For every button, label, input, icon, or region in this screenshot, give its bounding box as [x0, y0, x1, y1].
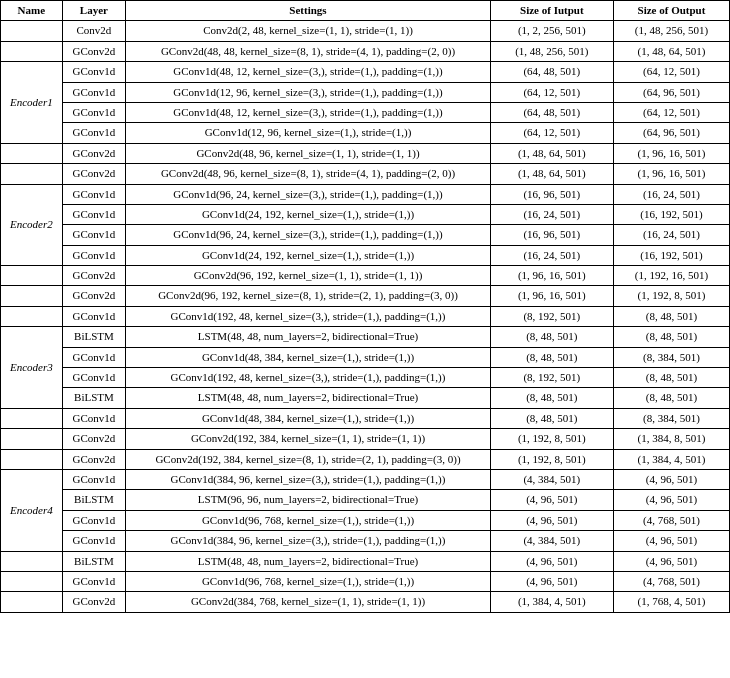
- input-size: (16, 96, 501): [490, 225, 613, 245]
- input-size: (1, 2, 256, 501): [490, 21, 613, 41]
- table-row: GConv2dGConv2d(96, 192, kernel_size=(8, …: [1, 286, 730, 306]
- table-row: GConv2dGConv2d(384, 768, kernel_size=(1,…: [1, 592, 730, 612]
- table-row: GConv1dGConv1d(24, 192, kernel_size=(1,)…: [1, 204, 730, 224]
- table-row: GConv1dGConv1d(48, 12, kernel_size=(3,),…: [1, 102, 730, 122]
- header-layer: Layer: [62, 1, 126, 21]
- input-size: (1, 48, 256, 501): [490, 41, 613, 61]
- layer-settings: GConv2d(48, 48, kernel_size=(8, 1), stri…: [126, 41, 491, 61]
- layer-type: GConv1d: [62, 306, 126, 326]
- output-size: (1, 192, 16, 501): [613, 266, 729, 286]
- table-row: GConv1dGConv1d(384, 96, kernel_size=(3,)…: [1, 531, 730, 551]
- layer-type: GConv1d: [62, 368, 126, 388]
- output-size: (4, 768, 501): [613, 571, 729, 591]
- layer-settings: LSTM(96, 96, num_layers=2, bidirectional…: [126, 490, 491, 510]
- table-row: Encoder3BiLSTMLSTM(48, 48, num_layers=2,…: [1, 327, 730, 347]
- table-row: Encoder2GConv1dGConv1d(96, 24, kernel_si…: [1, 184, 730, 204]
- encoder-label: [1, 21, 63, 41]
- input-size: (4, 384, 501): [490, 531, 613, 551]
- layer-type: GConv1d: [62, 531, 126, 551]
- encoder-label: [1, 41, 63, 61]
- encoder-label: [1, 592, 63, 612]
- layer-type: GConv2d: [62, 592, 126, 612]
- encoder-label: [1, 449, 63, 469]
- layer-type: GConv1d: [62, 102, 126, 122]
- input-size: (16, 24, 501): [490, 245, 613, 265]
- layer-type: GConv1d: [62, 408, 126, 428]
- input-size: (4, 384, 501): [490, 469, 613, 489]
- encoder-label: Encoder3: [1, 327, 63, 409]
- table-row: GConv1dGConv1d(96, 768, kernel_size=(1,)…: [1, 571, 730, 591]
- layer-settings: GConv1d(12, 96, kernel_size=(1,), stride…: [126, 123, 491, 143]
- output-size: (1, 48, 64, 501): [613, 41, 729, 61]
- input-size: (4, 96, 501): [490, 510, 613, 530]
- input-size: (4, 96, 501): [490, 571, 613, 591]
- table-row: GConv2dGConv2d(192, 384, kernel_size=(1,…: [1, 429, 730, 449]
- output-size: (8, 48, 501): [613, 306, 729, 326]
- output-size: (64, 96, 501): [613, 123, 729, 143]
- output-size: (8, 384, 501): [613, 347, 729, 367]
- output-size: (4, 96, 501): [613, 551, 729, 571]
- layer-type: GConv2d: [62, 266, 126, 286]
- table-row: GConv2dGConv2d(96, 192, kernel_size=(1, …: [1, 266, 730, 286]
- table-row: GConv1dGConv1d(192, 48, kernel_size=(3,)…: [1, 306, 730, 326]
- input-size: (16, 96, 501): [490, 184, 613, 204]
- output-size: (8, 48, 501): [613, 327, 729, 347]
- output-size: (64, 12, 501): [613, 62, 729, 82]
- input-size: (64, 12, 501): [490, 123, 613, 143]
- input-size: (8, 48, 501): [490, 347, 613, 367]
- layer-settings: GConv2d(48, 96, kernel_size=(1, 1), stri…: [126, 143, 491, 163]
- output-size: (64, 96, 501): [613, 82, 729, 102]
- layer-settings: GConv1d(48, 12, kernel_size=(3,), stride…: [126, 102, 491, 122]
- layer-settings: GConv1d(384, 96, kernel_size=(3,), strid…: [126, 531, 491, 551]
- layer-type: GConv1d: [62, 225, 126, 245]
- input-size: (8, 48, 501): [490, 327, 613, 347]
- input-size: (8, 192, 501): [490, 368, 613, 388]
- table-row: GConv1dGConv1d(12, 96, kernel_size=(3,),…: [1, 82, 730, 102]
- output-size: (1, 768, 4, 501): [613, 592, 729, 612]
- output-size: (4, 96, 501): [613, 531, 729, 551]
- layer-type: GConv1d: [62, 204, 126, 224]
- model-architecture-table: Name Layer Settings Size of Iutput Size …: [0, 0, 730, 613]
- table-row: GConv1dGConv1d(96, 24, kernel_size=(3,),…: [1, 225, 730, 245]
- input-size: (1, 96, 16, 501): [490, 286, 613, 306]
- table-row: BiLSTMLSTM(48, 48, num_layers=2, bidirec…: [1, 551, 730, 571]
- layer-settings: GConv2d(96, 192, kernel_size=(1, 1), str…: [126, 266, 491, 286]
- table-row: GConv1dGConv1d(48, 384, kernel_size=(1,)…: [1, 408, 730, 428]
- table-row: GConv1dGConv1d(192, 48, kernel_size=(3,)…: [1, 368, 730, 388]
- input-size: (64, 48, 501): [490, 102, 613, 122]
- layer-type: GConv2d: [62, 41, 126, 61]
- layer-type: GConv1d: [62, 571, 126, 591]
- table-row: GConv1dGConv1d(12, 96, kernel_size=(1,),…: [1, 123, 730, 143]
- input-size: (1, 192, 8, 501): [490, 429, 613, 449]
- layer-settings: GConv1d(192, 48, kernel_size=(3,), strid…: [126, 306, 491, 326]
- output-size: (1, 192, 8, 501): [613, 286, 729, 306]
- layer-settings: LSTM(48, 48, num_layers=2, bidirectional…: [126, 551, 491, 571]
- layer-settings: GConv1d(48, 384, kernel_size=(1,), strid…: [126, 347, 491, 367]
- encoder-label: [1, 143, 63, 163]
- layer-type: GConv1d: [62, 469, 126, 489]
- input-size: (1, 384, 4, 501): [490, 592, 613, 612]
- layer-type: Conv2d: [62, 21, 126, 41]
- layer-settings: LSTM(48, 48, num_layers=2, bidirectional…: [126, 388, 491, 408]
- input-size: (8, 48, 501): [490, 388, 613, 408]
- table-row: GConv2dGConv2d(48, 96, kernel_size=(8, 1…: [1, 164, 730, 184]
- output-size: (1, 96, 16, 501): [613, 143, 729, 163]
- header-input: Size of Iutput: [490, 1, 613, 21]
- layer-settings: GConv1d(24, 192, kernel_size=(1,), strid…: [126, 204, 491, 224]
- layer-settings: Conv2d(2, 48, kernel_size=(1, 1), stride…: [126, 21, 491, 41]
- output-size: (8, 48, 501): [613, 388, 729, 408]
- layer-type: GConv1d: [62, 510, 126, 530]
- layer-type: GConv1d: [62, 82, 126, 102]
- layer-type: GConv1d: [62, 123, 126, 143]
- output-size: (16, 192, 501): [613, 245, 729, 265]
- input-size: (1, 48, 64, 501): [490, 143, 613, 163]
- encoder-label: [1, 164, 63, 184]
- output-size: (16, 24, 501): [613, 225, 729, 245]
- layer-type: GConv2d: [62, 143, 126, 163]
- input-size: (4, 96, 501): [490, 551, 613, 571]
- table-row: GConv1dGConv1d(96, 768, kernel_size=(1,)…: [1, 510, 730, 530]
- layer-settings: GConv2d(192, 384, kernel_size=(1, 1), st…: [126, 429, 491, 449]
- encoder-label: Encoder4: [1, 469, 63, 551]
- input-size: (8, 48, 501): [490, 408, 613, 428]
- input-size: (1, 192, 8, 501): [490, 449, 613, 469]
